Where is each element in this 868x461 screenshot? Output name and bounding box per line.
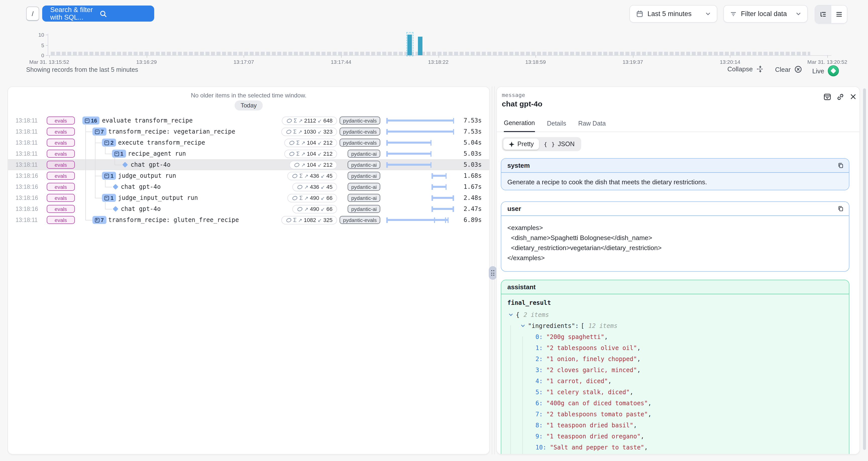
collapse-node-button[interactable]: 1 bbox=[112, 150, 126, 158]
collapse-node-button[interactable]: 1 bbox=[102, 194, 116, 202]
panel-resize-handle[interactable] bbox=[489, 266, 497, 280]
table-row[interactable]: 13:18:11 evals 7 transform_recipe: veget… bbox=[8, 126, 489, 137]
evals-badge[interactable]: evals bbox=[47, 161, 75, 169]
table-row[interactable]: 13:18:16 evals chat gpt-4o ↗ 436 ↙ 45 py… bbox=[8, 181, 489, 192]
time-range-dropdown[interactable]: Last 5 minutes bbox=[629, 5, 717, 23]
row-timestamp: 13:18:16 bbox=[16, 194, 38, 201]
json-array-item: 1:"2 tablespoons olive oil", bbox=[535, 342, 843, 354]
row-timestamp: 13:18:11 bbox=[16, 140, 38, 145]
collapse-button[interactable]: Collapse bbox=[727, 65, 764, 73]
table-row[interactable]: 13:18:16 evals chat gpt-4o ↗ 490 ↙ 66 py… bbox=[8, 204, 489, 214]
span-name[interactable]: chat gpt-4o bbox=[121, 205, 161, 212]
live-toggle[interactable]: Live bbox=[812, 65, 839, 76]
table-row[interactable]: 13:18:16 evals 1 judge_input_output run … bbox=[8, 192, 489, 204]
copy-button[interactable] bbox=[837, 205, 844, 212]
close-panel-button[interactable] bbox=[849, 93, 857, 100]
collapse-node-button[interactable]: 7 bbox=[92, 216, 106, 224]
dock-panel-button[interactable] bbox=[823, 93, 831, 101]
collapse-node-button[interactable]: 1 bbox=[102, 172, 116, 180]
minus-square-icon bbox=[104, 141, 109, 145]
histogram-bar[interactable] bbox=[407, 35, 412, 55]
y-tick-label: 10 bbox=[33, 32, 44, 38]
copy-button[interactable] bbox=[837, 162, 844, 169]
filter-local-data-dropdown[interactable]: Filter local data bbox=[723, 5, 808, 23]
span-name[interactable]: judge_output run bbox=[118, 172, 176, 179]
token-coin-icon bbox=[293, 162, 300, 167]
json-index: 1: bbox=[535, 344, 543, 351]
json-index: 5: bbox=[535, 389, 543, 396]
collapse-node-button[interactable]: 16 bbox=[82, 117, 100, 125]
duration-bar bbox=[386, 126, 454, 137]
copy-link-button[interactable] bbox=[836, 93, 844, 101]
search-input[interactable]: Search & filter with SQL... bbox=[42, 5, 154, 22]
tab-details[interactable]: Details bbox=[547, 120, 566, 131]
framework-badge: pydantic-ai bbox=[348, 205, 380, 213]
tab-generation[interactable]: Generation bbox=[504, 120, 535, 132]
span-name[interactable]: judge_input_output run bbox=[118, 194, 198, 202]
table-row[interactable]: 13:18:11 evals chat gpt-4o ↗ 104 ↙ 212 p… bbox=[8, 159, 489, 170]
tab-raw-data[interactable]: Raw Data bbox=[578, 120, 606, 131]
pretty-view-button[interactable]: Pretty bbox=[503, 139, 539, 150]
output-tokens: 66 bbox=[327, 206, 333, 212]
collapse-icon bbox=[756, 65, 764, 73]
list-view-button[interactable] bbox=[831, 5, 847, 23]
table-row[interactable]: 13:18:16 evals 1 judge_output run Σ ↗ 43… bbox=[8, 170, 489, 181]
json-index: 7: bbox=[535, 411, 543, 418]
input-tokens: 436 bbox=[310, 173, 319, 179]
span-name[interactable]: evaluate transform_recipe bbox=[102, 117, 193, 124]
histogram-bar[interactable] bbox=[418, 37, 423, 55]
json-open-brace: { bbox=[516, 311, 519, 318]
evals-badge[interactable]: evals bbox=[47, 128, 75, 135]
evals-badge[interactable]: evals bbox=[47, 117, 75, 125]
framework-badge: pydantic-ai bbox=[348, 194, 380, 202]
evals-badge[interactable]: evals bbox=[47, 205, 75, 213]
span-name[interactable]: execute transform_recipe bbox=[118, 139, 205, 146]
span-name[interactable]: chat gpt-4o bbox=[131, 161, 170, 168]
detail-panel: message chat gpt-4o Generation Details R… bbox=[496, 86, 860, 455]
json-array-item: 7:"2 tablespoons tomato paste", bbox=[535, 409, 843, 420]
json-key-line[interactable]: "ingredients": [ 12 items bbox=[520, 320, 843, 332]
user-message-text: <examples> <dish_name>Spaghetti Bolognes… bbox=[501, 216, 849, 270]
table-row[interactable]: 13:18:11 evals 1 recipe_agent run Σ ↗ 10… bbox=[8, 148, 489, 159]
x-tick-label: 13:17:07 bbox=[234, 59, 254, 65]
evals-badge[interactable]: evals bbox=[47, 183, 75, 191]
evals-badge[interactable]: evals bbox=[47, 172, 75, 180]
span-name[interactable]: recipe_agent run bbox=[128, 150, 186, 157]
tree-connector bbox=[95, 197, 102, 198]
input-tokens-arrow-icon: ↗ bbox=[304, 195, 308, 201]
framework-badge: pydantic-evals bbox=[340, 117, 380, 125]
evals-badge[interactable]: evals bbox=[47, 194, 75, 202]
tree-connector bbox=[105, 153, 112, 154]
duration-label: 5.03s bbox=[464, 150, 482, 157]
page-scrollbar[interactable] bbox=[863, 88, 866, 450]
table-row[interactable]: 13:18:11 evals 7 transform_recipe: glute… bbox=[8, 214, 489, 225]
x-axis-tick bbox=[633, 55, 633, 58]
tree-view-button[interactable] bbox=[815, 5, 831, 23]
span-name[interactable]: transform_recipe: gluten_free_recipe bbox=[108, 216, 239, 223]
collapse-node-button[interactable]: 7 bbox=[92, 128, 106, 135]
table-row[interactable]: 13:18:11 evals 2 execute transform_recip… bbox=[8, 137, 489, 148]
collapse-label: Collapse bbox=[727, 65, 753, 73]
duration-label: 1.67s bbox=[464, 183, 482, 190]
json-view-button[interactable]: { } JSON bbox=[539, 139, 580, 150]
tree-connector bbox=[85, 124, 86, 220]
evals-badge[interactable]: evals bbox=[47, 216, 75, 224]
clear-button[interactable]: Clear bbox=[775, 65, 802, 73]
json-indent-guide bbox=[510, 326, 511, 455]
json-string-value: "Salt and pepper to taste" bbox=[550, 444, 644, 451]
json-index: 9: bbox=[535, 433, 543, 440]
json-root-line[interactable]: { 2 items bbox=[508, 309, 843, 320]
sigma-icon: Σ bbox=[293, 128, 297, 135]
evals-badge[interactable]: evals bbox=[47, 150, 75, 158]
minus-square-icon bbox=[95, 218, 99, 222]
x-tick-label: 13:17:44 bbox=[331, 59, 351, 65]
sigma-icon: Σ bbox=[293, 117, 297, 124]
evals-badge[interactable]: evals bbox=[47, 139, 75, 147]
collapse-node-button[interactable]: 2 bbox=[102, 139, 116, 147]
span-name[interactable]: chat gpt-4o bbox=[121, 183, 161, 190]
span-name[interactable]: transform_recipe: vegetarian_recipe bbox=[108, 128, 235, 135]
output-tokens-arrow-icon: ↙ bbox=[321, 195, 325, 201]
table-row[interactable]: 13:18:11 evals 16 evaluate transform_rec… bbox=[8, 115, 489, 126]
ingredients-list: 0:"200g spaghetti",1:"2 tablespoons oliv… bbox=[507, 332, 843, 455]
json-string-value: "1 teaspoon dried oregano" bbox=[546, 433, 641, 440]
